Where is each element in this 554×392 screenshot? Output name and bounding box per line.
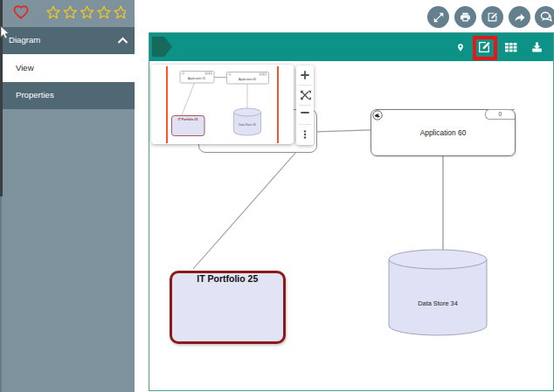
svg-text:Data Store 34: Data Store 34	[418, 299, 458, 307]
svg-text:IT Portfolio 25: IT Portfolio 25	[177, 118, 197, 121]
svg-text:Application 25: Application 25	[187, 77, 204, 80]
svg-text:Data Store 34: Data Store 34	[239, 123, 256, 127]
svg-text:Application 60: Application 60	[238, 78, 255, 81]
